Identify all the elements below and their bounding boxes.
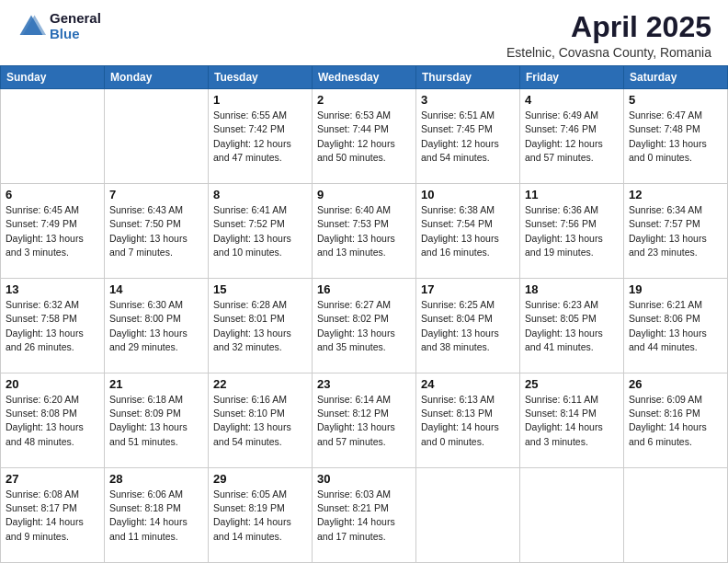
day-info: Sunrise: 6:13 AM Sunset: 8:13 PM Dayligh… xyxy=(421,393,515,449)
table-row: 12Sunrise: 6:34 AM Sunset: 7:57 PM Dayli… xyxy=(624,184,728,279)
table-row: 14Sunrise: 6:30 AM Sunset: 8:00 PM Dayli… xyxy=(105,279,209,373)
day-info: Sunrise: 6:21 AM Sunset: 8:06 PM Dayligh… xyxy=(629,298,722,354)
table-row: 23Sunrise: 6:14 AM Sunset: 8:12 PM Dayli… xyxy=(313,373,416,468)
day-info: Sunrise: 6:49 AM Sunset: 7:46 PM Dayligh… xyxy=(525,109,619,165)
table-row: 13Sunrise: 6:32 AM Sunset: 7:58 PM Dayli… xyxy=(1,279,105,373)
table-row: 17Sunrise: 6:25 AM Sunset: 8:04 PM Dayli… xyxy=(416,279,520,373)
day-info: Sunrise: 6:47 AM Sunset: 7:48 PM Dayligh… xyxy=(629,109,722,165)
day-info: Sunrise: 6:23 AM Sunset: 8:05 PM Dayligh… xyxy=(525,298,619,354)
day-number: 8 xyxy=(213,188,307,201)
title-location: Estelnic, Covasna County, Romania xyxy=(506,45,711,60)
day-number: 2 xyxy=(317,93,411,107)
day-info: Sunrise: 6:38 AM Sunset: 7:54 PM Dayligh… xyxy=(421,203,515,259)
table-row: 22Sunrise: 6:16 AM Sunset: 8:10 PM Dayli… xyxy=(209,373,313,468)
day-number: 30 xyxy=(317,472,411,486)
logo-icon xyxy=(17,12,46,41)
logo-text: General Blue xyxy=(50,11,101,41)
table-row: 29Sunrise: 6:05 AM Sunset: 8:19 PM Dayli… xyxy=(209,468,313,563)
col-tuesday: Tuesday xyxy=(209,66,313,89)
table-row: 19Sunrise: 6:21 AM Sunset: 8:06 PM Dayli… xyxy=(624,279,728,373)
table-row: 6Sunrise: 6:45 AM Sunset: 7:49 PM Daylig… xyxy=(1,184,105,279)
calendar-week-row: 27Sunrise: 6:08 AM Sunset: 8:17 PM Dayli… xyxy=(1,468,728,563)
day-info: Sunrise: 6:05 AM Sunset: 8:19 PM Dayligh… xyxy=(213,488,307,544)
table-row: 30Sunrise: 6:03 AM Sunset: 8:21 PM Dayli… xyxy=(313,468,416,563)
day-number: 17 xyxy=(421,282,515,296)
day-number: 9 xyxy=(317,188,411,201)
page: General Blue April 2025 Estelnic, Covasn… xyxy=(0,0,728,563)
table-row: 21Sunrise: 6:18 AM Sunset: 8:09 PM Dayli… xyxy=(105,373,209,468)
day-number: 28 xyxy=(109,472,203,486)
day-info: Sunrise: 6:11 AM Sunset: 8:14 PM Dayligh… xyxy=(525,393,619,449)
table-row xyxy=(624,468,728,563)
table-row: 5Sunrise: 6:47 AM Sunset: 7:48 PM Daylig… xyxy=(624,89,728,184)
day-info: Sunrise: 6:30 AM Sunset: 8:00 PM Dayligh… xyxy=(109,298,203,354)
table-row: 8Sunrise: 6:41 AM Sunset: 7:52 PM Daylig… xyxy=(209,184,313,279)
day-info: Sunrise: 6:32 AM Sunset: 7:58 PM Dayligh… xyxy=(6,298,99,354)
logo: General Blue xyxy=(17,11,101,41)
day-info: Sunrise: 6:20 AM Sunset: 8:08 PM Dayligh… xyxy=(6,393,99,449)
table-row xyxy=(416,468,520,563)
table-row: 15Sunrise: 6:28 AM Sunset: 8:01 PM Dayli… xyxy=(209,279,313,373)
day-info: Sunrise: 6:34 AM Sunset: 7:57 PM Dayligh… xyxy=(629,203,722,259)
day-number: 16 xyxy=(317,282,411,296)
day-number: 3 xyxy=(421,93,515,107)
day-info: Sunrise: 6:41 AM Sunset: 7:52 PM Dayligh… xyxy=(213,203,307,259)
title-month: April 2025 xyxy=(506,11,711,43)
table-row: 3Sunrise: 6:51 AM Sunset: 7:45 PM Daylig… xyxy=(416,89,520,184)
day-info: Sunrise: 6:25 AM Sunset: 8:04 PM Dayligh… xyxy=(421,298,515,354)
day-info: Sunrise: 6:06 AM Sunset: 8:18 PM Dayligh… xyxy=(109,488,203,544)
table-row xyxy=(105,89,209,184)
day-number: 7 xyxy=(109,188,203,201)
day-info: Sunrise: 6:53 AM Sunset: 7:44 PM Dayligh… xyxy=(317,109,411,165)
day-info: Sunrise: 6:03 AM Sunset: 8:21 PM Dayligh… xyxy=(317,488,411,544)
day-info: Sunrise: 6:14 AM Sunset: 8:12 PM Dayligh… xyxy=(317,393,411,449)
day-number: 14 xyxy=(109,282,203,296)
col-sunday: Sunday xyxy=(1,66,105,89)
day-number: 5 xyxy=(629,93,722,107)
table-row: 26Sunrise: 6:09 AM Sunset: 8:16 PM Dayli… xyxy=(624,373,728,468)
table-row: 11Sunrise: 6:36 AM Sunset: 7:56 PM Dayli… xyxy=(520,184,624,279)
day-info: Sunrise: 6:08 AM Sunset: 8:17 PM Dayligh… xyxy=(6,488,99,544)
day-info: Sunrise: 6:51 AM Sunset: 7:45 PM Dayligh… xyxy=(421,109,515,165)
table-row: 10Sunrise: 6:38 AM Sunset: 7:54 PM Dayli… xyxy=(416,184,520,279)
calendar-week-row: 13Sunrise: 6:32 AM Sunset: 7:58 PM Dayli… xyxy=(1,279,728,373)
day-number: 24 xyxy=(421,377,515,391)
table-row xyxy=(1,89,105,184)
day-number: 15 xyxy=(213,282,307,296)
table-row: 24Sunrise: 6:13 AM Sunset: 8:13 PM Dayli… xyxy=(416,373,520,468)
day-number: 23 xyxy=(317,377,411,391)
table-row: 18Sunrise: 6:23 AM Sunset: 8:05 PM Dayli… xyxy=(520,279,624,373)
day-number: 26 xyxy=(629,377,722,391)
day-number: 4 xyxy=(525,93,619,107)
day-info: Sunrise: 6:45 AM Sunset: 7:49 PM Dayligh… xyxy=(6,203,99,259)
table-row: 7Sunrise: 6:43 AM Sunset: 7:50 PM Daylig… xyxy=(105,184,209,279)
day-number: 10 xyxy=(421,188,515,201)
day-info: Sunrise: 6:43 AM Sunset: 7:50 PM Dayligh… xyxy=(109,203,203,259)
table-row: 25Sunrise: 6:11 AM Sunset: 8:14 PM Dayli… xyxy=(520,373,624,468)
table-row xyxy=(520,468,624,563)
table-row: 1Sunrise: 6:55 AM Sunset: 7:42 PM Daylig… xyxy=(209,89,313,184)
table-row: 28Sunrise: 6:06 AM Sunset: 8:18 PM Dayli… xyxy=(105,468,209,563)
table-row: 9Sunrise: 6:40 AM Sunset: 7:53 PM Daylig… xyxy=(313,184,416,279)
day-info: Sunrise: 6:55 AM Sunset: 7:42 PM Dayligh… xyxy=(213,109,307,165)
calendar-table: Sunday Monday Tuesday Wednesday Thursday… xyxy=(0,65,728,563)
day-number: 18 xyxy=(525,282,619,296)
day-info: Sunrise: 6:09 AM Sunset: 8:16 PM Dayligh… xyxy=(629,393,722,449)
logo-general: General xyxy=(50,11,101,27)
day-number: 13 xyxy=(6,282,99,296)
table-row: 20Sunrise: 6:20 AM Sunset: 8:08 PM Dayli… xyxy=(1,373,105,468)
day-number: 20 xyxy=(6,377,99,391)
day-number: 29 xyxy=(213,472,307,486)
day-number: 11 xyxy=(525,188,619,201)
day-number: 22 xyxy=(213,377,307,391)
day-info: Sunrise: 6:27 AM Sunset: 8:02 PM Dayligh… xyxy=(317,298,411,354)
col-thursday: Thursday xyxy=(416,66,520,89)
day-number: 12 xyxy=(629,188,722,201)
day-number: 6 xyxy=(6,188,99,201)
day-number: 1 xyxy=(213,93,307,107)
title-block: April 2025 Estelnic, Covasna County, Rom… xyxy=(506,11,711,60)
table-row: 16Sunrise: 6:27 AM Sunset: 8:02 PM Dayli… xyxy=(313,279,416,373)
table-row: 27Sunrise: 6:08 AM Sunset: 8:17 PM Dayli… xyxy=(1,468,105,563)
day-info: Sunrise: 6:28 AM Sunset: 8:01 PM Dayligh… xyxy=(213,298,307,354)
day-info: Sunrise: 6:18 AM Sunset: 8:09 PM Dayligh… xyxy=(109,393,203,449)
